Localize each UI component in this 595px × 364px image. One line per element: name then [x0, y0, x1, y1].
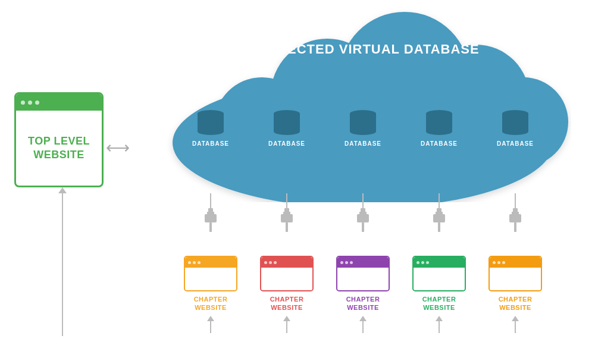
svg-rect-12: [281, 214, 293, 222]
arrow-up-3: [359, 316, 367, 333]
dot3: [35, 101, 39, 105]
arrow-head-up: [58, 187, 67, 193]
db-item-5: DATABASE: [497, 110, 534, 147]
svg-rect-27: [509, 214, 521, 222]
svg-rect-20: [362, 222, 364, 232]
plug-col-1: [202, 208, 219, 232]
chapter-label-5: CHAPTERWEBSITE: [499, 295, 533, 312]
db-label-3: DATABASE: [345, 140, 381, 147]
arrow-up-1: [207, 316, 214, 333]
chapter-label-4: CHAPTERWEBSITE: [422, 295, 456, 312]
db-label-2: DATABASE: [268, 140, 305, 147]
svg-rect-23: [436, 212, 437, 215]
svg-rect-10: [209, 222, 212, 232]
chapter-box-3: [336, 256, 390, 291]
plug-icon-2: [278, 208, 295, 232]
db-icon-5: [502, 110, 528, 135]
svg-rect-7: [205, 214, 217, 222]
svg-rect-29: [517, 212, 519, 215]
chapter-bar-3: [337, 257, 389, 268]
diagram: TOP LEVELWEBSITE ⟷: [0, 0, 595, 364]
horizontal-arrow: ⟷: [106, 138, 129, 158]
top-level-label: TOP LEVELWEBSITE: [28, 134, 90, 162]
chapter-label-1: CHAPTERWEBSITE: [194, 295, 228, 312]
vert-connectors: [155, 193, 571, 210]
svg-rect-6: [208, 208, 213, 214]
svg-rect-28: [512, 212, 513, 215]
db-icon-3: [350, 110, 376, 135]
arrow-up-5: [512, 316, 519, 333]
cloud-svg: [155, 6, 571, 202]
db-item-2: DATABASE: [268, 110, 305, 147]
svg-rect-21: [437, 208, 441, 214]
chapter-label-2: CHAPTERWEBSITE: [270, 295, 304, 312]
svg-rect-24: [441, 212, 443, 215]
vertical-left-connector: [58, 187, 67, 336]
chapter-content-5: [490, 268, 541, 290]
arrow-up-2: [283, 316, 290, 333]
plug-col-4: [431, 208, 447, 232]
vert-line-1: [210, 193, 211, 210]
chapter-col-2: CHAPTERWEBSITE: [260, 256, 314, 333]
svg-rect-9: [212, 212, 214, 215]
dot2: [28, 101, 32, 105]
db-icon-1: [198, 110, 224, 135]
db-label-5: DATABASE: [497, 140, 534, 147]
chapter-box-1: [184, 256, 237, 291]
chapter-content-4: [414, 268, 465, 290]
chapter-box-4: [412, 256, 466, 291]
plug-icon-1: [202, 208, 219, 232]
chapter-box-5: [488, 256, 542, 291]
chapter-col-1: CHAPTERWEBSITE: [184, 256, 237, 333]
svg-rect-13: [283, 212, 285, 215]
chapter-bar-1: [185, 257, 236, 268]
chapter-col-5: CHAPTERWEBSITE: [488, 256, 542, 333]
svg-rect-30: [514, 222, 516, 232]
db-item-4: DATABASE: [421, 110, 458, 147]
cloud-container: CONNECTED VIRTUAL DATABASE DATABASE DATA…: [155, 6, 571, 202]
svg-rect-11: [284, 208, 289, 214]
svg-rect-22: [433, 214, 445, 222]
plug-col-2: [278, 208, 295, 232]
plug-col-5: [507, 208, 524, 232]
svg-rect-15: [286, 222, 288, 232]
db-icon-2: [274, 110, 300, 135]
chapter-label-3: CHAPTERWEBSITE: [346, 295, 380, 312]
svg-rect-17: [357, 214, 369, 222]
chapter-bar-2: [261, 257, 312, 268]
chapter-col-3: CHAPTERWEBSITE: [336, 256, 390, 333]
svg-rect-18: [359, 212, 361, 215]
svg-rect-16: [361, 208, 365, 214]
vert-line-5: [515, 193, 516, 210]
svg-rect-14: [289, 212, 290, 215]
plug-col-3: [355, 208, 371, 232]
db-item-3: DATABASE: [345, 110, 381, 147]
svg-rect-25: [438, 222, 440, 232]
svg-rect-19: [365, 212, 367, 215]
databases-row: DATABASE DATABASE DATABASE: [155, 110, 571, 147]
db-icon-4: [426, 110, 452, 135]
plug-icon-5: [507, 208, 524, 232]
vert-line-4: [439, 193, 440, 210]
chapter-bar-5: [490, 257, 541, 268]
chapter-box-2: [260, 256, 314, 291]
svg-rect-8: [207, 212, 209, 215]
vert-line-3: [362, 193, 364, 210]
chapter-col-4: CHAPTERWEBSITE: [412, 256, 466, 333]
cloud-label: CONNECTED VIRTUAL DATABASE: [155, 42, 571, 57]
db-label-4: DATABASE: [421, 140, 458, 147]
window-content: TOP LEVELWEBSITE: [22, 111, 96, 186]
plug-icon-3: [355, 208, 371, 232]
dot1: [21, 101, 25, 105]
plugs-row: [155, 208, 571, 232]
arrow-line-vertical: [62, 193, 63, 336]
chapters-row: CHAPTERWEBSITE CHAPTERWEBSITE: [155, 256, 571, 333]
chapter-content-1: [185, 268, 236, 290]
plug-icon-4: [431, 208, 447, 232]
db-item-1: DATABASE: [192, 110, 229, 147]
window-bar: [16, 94, 102, 111]
db-label-1: DATABASE: [192, 140, 229, 147]
chapter-content-3: [337, 268, 389, 290]
chapter-bar-4: [414, 257, 465, 268]
arrow-up-4: [436, 316, 443, 333]
